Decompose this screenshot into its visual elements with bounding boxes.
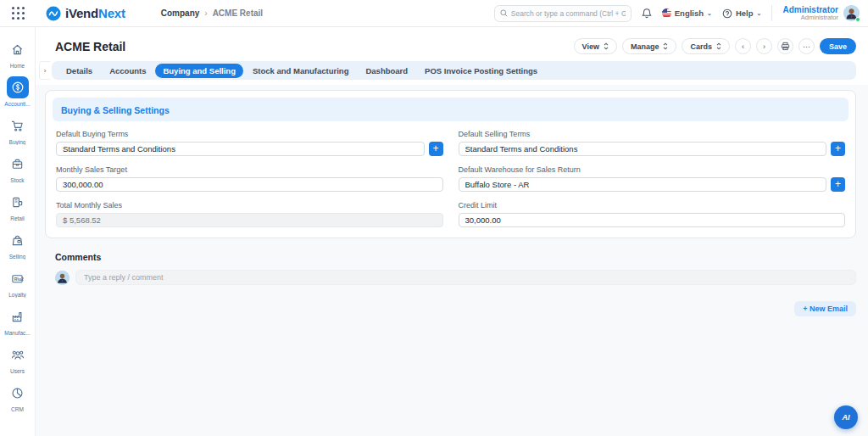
sidebar-expander-button[interactable]: › (39, 61, 50, 80)
main-content: ACME Retail View Manage Cards ‹ (36, 27, 868, 436)
app-window: iVendNext Company › ACME Retail English … (0, 0, 868, 436)
credit-limit-input[interactable] (459, 213, 846, 227)
tab-buying-and-selling[interactable]: Buying and Selling (155, 64, 243, 78)
breadcrumb: Company › ACME Retail (161, 8, 263, 18)
search-input[interactable] (511, 9, 626, 18)
us-flag-icon (662, 8, 671, 18)
users-icon (7, 344, 29, 366)
global-search[interactable] (494, 5, 632, 22)
cards-dropdown-button[interactable]: Cards (682, 38, 730, 54)
cart-icon (7, 115, 29, 137)
previous-record-button[interactable]: ‹ (735, 38, 751, 54)
updown-chevron-icon (663, 42, 668, 50)
new-email-button[interactable]: + New Email (794, 301, 856, 316)
page-title: ACME Retail (55, 40, 125, 53)
comments-title: Comments (55, 252, 856, 262)
plus-icon: + (835, 179, 841, 189)
field-label: Default Selling Terms (459, 130, 846, 138)
field-label: Credit Limit (459, 201, 846, 210)
section-title: Buying & Selling Settings (61, 105, 170, 115)
app-launcher-icon[interactable] (10, 5, 27, 22)
default-buying-terms-input[interactable] (56, 142, 425, 156)
plus-icon: + (432, 143, 438, 154)
sidebar-item-crm[interactable]: CRM (0, 382, 36, 412)
bag-icon (7, 229, 29, 251)
sidebar-item-manufacturing[interactable]: Manufac... (0, 305, 36, 336)
field-monthly-sales-target: Monthly Sales Target (56, 165, 443, 192)
chevron-right-icon: › (44, 67, 47, 75)
notifications-bell-icon[interactable] (642, 8, 652, 19)
pie-icon (7, 382, 29, 404)
field-credit-limit: Credit Limit (459, 201, 846, 227)
buying-selling-settings-card: Buying & Selling Settings Default Buying… (45, 90, 856, 238)
printer-icon (781, 42, 790, 51)
monthly-sales-target-input[interactable] (56, 177, 443, 192)
field-default-selling-terms: Default Selling Terms + (459, 130, 846, 156)
breadcrumb-separator: › (204, 8, 207, 18)
updown-chevron-icon (716, 42, 721, 50)
total-monthly-sales-value: $ 5,568.52 (56, 213, 443, 227)
comments-section: Comments (45, 252, 856, 285)
top-navbar: iVendNext Company › ACME Retail English … (0, 0, 868, 27)
chevron-down-icon: ⌄ (707, 10, 712, 17)
default-selling-terms-input[interactable] (459, 142, 827, 156)
module-sidebar: Home Accounti... Buying Stock Retail Sel… (0, 27, 36, 436)
save-button[interactable]: Save (820, 38, 856, 54)
sidebar-item-stock[interactable]: Stock (0, 153, 36, 183)
page-body: Buying & Selling Settings Default Buying… (36, 85, 868, 436)
logo-icon (46, 6, 61, 21)
add-selling-terms-button[interactable]: + (831, 142, 845, 156)
brand-logo[interactable]: iVendNext (46, 6, 125, 21)
plus-icon: + (835, 143, 841, 154)
factory-icon (7, 305, 29, 327)
tab-dashboard[interactable]: Dashboard (358, 64, 415, 78)
field-label: Monthly Sales Target (56, 165, 443, 174)
warehouse-sales-return-input[interactable] (459, 177, 827, 192)
sidebar-item-home[interactable]: Home (0, 38, 36, 69)
manage-dropdown-button[interactable]: Manage (622, 38, 677, 54)
online-status-dot (855, 17, 860, 22)
add-warehouse-button[interactable]: + (831, 177, 845, 192)
search-icon (500, 9, 508, 17)
sidebar-item-accounting[interactable]: Accounti... (0, 76, 36, 107)
tab-bar: Details Accounts Buying and Selling Stoc… (52, 61, 856, 80)
svg-text:R\u2261: R\u2261 (14, 276, 24, 281)
field-label: Default Warehouse for Sales Return (459, 165, 846, 174)
field-default-warehouse-sales-return: Default Warehouse for Sales Return + (459, 165, 846, 192)
view-dropdown-button[interactable]: View (574, 38, 617, 54)
brand-name: iVendNext (65, 6, 125, 20)
tab-stock-and-manufacturing[interactable]: Stock and Manufacturing (245, 64, 356, 78)
ai-assistant-button[interactable]: AI (834, 405, 858, 429)
sidebar-item-buying[interactable]: Buying (0, 115, 36, 145)
field-total-monthly-sales: Total Monthly Sales $ 5,568.52 (56, 201, 443, 227)
sidebar-item-retail[interactable]: Retail (0, 191, 36, 221)
tab-accounts[interactable]: Accounts (102, 64, 153, 78)
breadcrumb-current[interactable]: ACME Retail (213, 8, 263, 18)
tab-pos-invoice-posting-settings[interactable]: POS Invoice Posting Settings (417, 64, 545, 78)
card-icon: R\u2261 (7, 267, 29, 289)
language-label: English (675, 8, 704, 18)
help-label: Help (736, 8, 754, 18)
print-button[interactable] (777, 38, 793, 54)
sidebar-item-loyalty[interactable]: R\u2261 Loyalty (0, 267, 36, 298)
breadcrumb-parent[interactable]: Company (161, 8, 200, 18)
user-avatar[interactable] (843, 5, 860, 21)
language-selector[interactable]: English ⌄ (662, 8, 712, 18)
tab-details[interactable]: Details (58, 64, 100, 78)
user-role: Administrator (782, 14, 838, 21)
field-label: Total Monthly Sales (56, 201, 443, 210)
comment-input[interactable] (75, 270, 856, 285)
comment-avatar (55, 271, 70, 285)
pos-icon (7, 191, 29, 213)
user-menu[interactable]: Administrator Administrator (771, 5, 860, 21)
help-menu[interactable]: Help ⌄ (722, 8, 761, 19)
next-record-button[interactable]: › (756, 38, 772, 54)
sidebar-item-users[interactable]: Users (0, 344, 36, 374)
add-buying-terms-button[interactable]: + (429, 142, 443, 156)
page-toolbar: View Manage Cards ‹ › (574, 38, 856, 54)
sidebar-item-selling[interactable]: Selling (0, 229, 36, 260)
chevron-down-icon: ⌄ (757, 10, 762, 17)
help-circle-icon (722, 8, 732, 19)
more-options-button[interactable]: ··· (798, 38, 815, 54)
box-icon (7, 153, 29, 175)
